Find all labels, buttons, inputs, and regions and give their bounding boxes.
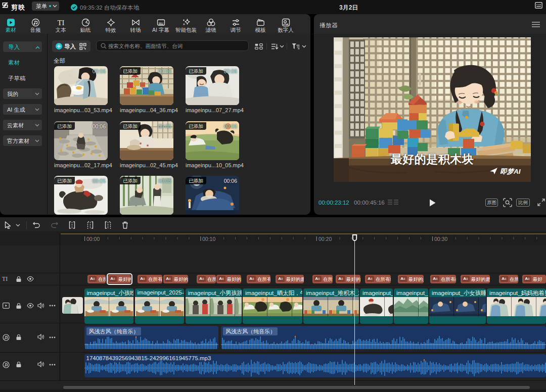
svg-text:TI: TI xyxy=(57,19,64,27)
